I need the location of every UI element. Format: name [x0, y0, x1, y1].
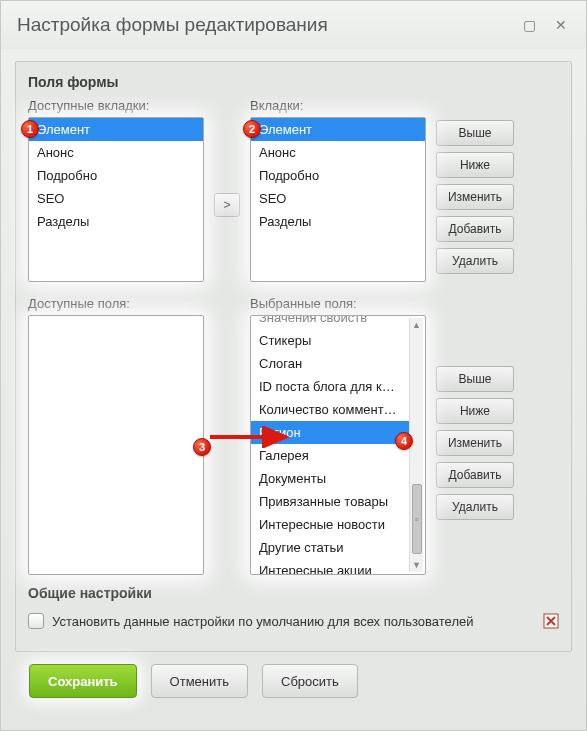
list-item[interactable]: Количество комментари: [251, 398, 409, 421]
fields-down-button[interactable]: Ниже: [436, 398, 514, 424]
tabs-row: Доступные вкладки: 1 ЭлементАнонсПодробн…: [28, 98, 559, 282]
list-item[interactable]: Регион: [251, 421, 409, 444]
dialog-title: Настройка формы редактирования: [17, 14, 328, 36]
annotation-badge-2: 2: [243, 120, 261, 138]
list-item[interactable]: Стикеры: [251, 329, 409, 352]
fields-buttons-col: Выше Ниже Изменить Добавить Удалить: [436, 296, 514, 520]
dialog-body: Поля формы Доступные вкладки: 1 ЭлементА…: [1, 49, 586, 706]
list-item[interactable]: Разделы: [251, 210, 425, 233]
fields-edit-button[interactable]: Изменить: [436, 430, 514, 456]
tabs-edit-button[interactable]: Изменить: [436, 184, 514, 210]
titlebar: Настройка формы редактирования ▢ ✕: [1, 1, 586, 49]
list-item[interactable]: Интересные новости: [251, 513, 409, 536]
selected-fields-list[interactable]: 4 Значения свойствСтикерыСлоганID поста …: [250, 315, 426, 575]
list-item[interactable]: Интересные акции: [251, 559, 409, 574]
list-item[interactable]: Анонс: [29, 141, 203, 164]
tabs-buttons-col: Выше Ниже Изменить Добавить Удалить: [436, 98, 514, 274]
fields-row: Доступные поля: 3 Выбранные поля:: [28, 296, 559, 575]
maximize-icon[interactable]: ▢: [520, 16, 538, 34]
tabs-add-button[interactable]: Добавить: [436, 216, 514, 242]
list-item[interactable]: SEO: [251, 187, 425, 210]
list-item[interactable]: Другие статьи: [251, 536, 409, 559]
fields-up-button[interactable]: Выше: [436, 366, 514, 392]
selected-tabs-label: Вкладки:: [250, 98, 426, 113]
available-fields-col: Доступные поля: 3: [28, 296, 204, 575]
annotation-badge-3: 3: [193, 438, 211, 456]
tabs-up-button[interactable]: Выше: [436, 120, 514, 146]
available-tabs-list[interactable]: 1 ЭлементАнонсПодробноSEOРазделы: [28, 117, 204, 282]
move-right-button[interactable]: >: [214, 193, 240, 217]
list-item[interactable]: Подробно: [29, 164, 203, 187]
selected-fields-col: Выбранные поля: 4 Значения свойствСтикер…: [250, 296, 426, 575]
fields-delete-button[interactable]: Удалить: [436, 494, 514, 520]
move-tabs-col: >: [214, 98, 240, 217]
available-tabs-label: Доступные вкладки:: [28, 98, 204, 113]
window-controls: ▢ ✕: [520, 16, 570, 34]
fields-add-button[interactable]: Добавить: [436, 462, 514, 488]
selected-tabs-list[interactable]: 2 ЭлементАнонсПодробноSEOРазделы: [250, 117, 426, 282]
tabs-delete-button[interactable]: Удалить: [436, 248, 514, 274]
selected-fields-label: Выбранные поля:: [250, 296, 426, 311]
cancel-button[interactable]: Отменить: [151, 664, 248, 698]
list-item[interactable]: Значения свойств: [251, 316, 409, 329]
scroll-thumb[interactable]: ≡: [412, 484, 422, 554]
default-for-all-row: Установить данные настройки по умолчанию…: [28, 609, 559, 637]
list-item[interactable]: ID поста блога для комм: [251, 375, 409, 398]
fields-panel: Поля формы Доступные вкладки: 1 ЭлементА…: [15, 61, 572, 652]
close-icon[interactable]: ✕: [552, 16, 570, 34]
list-item[interactable]: Слоган: [251, 352, 409, 375]
default-for-all-label: Установить данные настройки по умолчанию…: [52, 614, 473, 629]
available-tabs-col: Доступные вкладки: 1 ЭлементАнонсПодробн…: [28, 98, 204, 282]
move-fields-col: [214, 296, 240, 426]
list-item[interactable]: Привязанные товары: [251, 490, 409, 513]
available-fields-list[interactable]: 3: [28, 315, 204, 575]
scroll-down-icon[interactable]: ▼: [411, 558, 423, 572]
default-for-all-checkbox[interactable]: [28, 613, 44, 629]
common-settings-title: Общие настройки: [28, 585, 559, 601]
list-item[interactable]: Элемент: [29, 118, 203, 141]
list-item[interactable]: Элемент: [251, 118, 425, 141]
tabs-down-button[interactable]: Ниже: [436, 152, 514, 178]
delete-settings-icon[interactable]: [543, 613, 559, 629]
list-item[interactable]: Анонс: [251, 141, 425, 164]
annotation-badge-4: 4: [395, 432, 413, 450]
footer: Сохранить Отменить Сбросить: [15, 652, 572, 698]
list-item[interactable]: SEO: [29, 187, 203, 210]
annotation-badge-1: 1: [21, 120, 39, 138]
list-item[interactable]: Галерея: [251, 444, 409, 467]
dialog: Настройка формы редактирования ▢ ✕ Поля …: [0, 0, 587, 731]
list-item[interactable]: Подробно: [251, 164, 425, 187]
scroll-up-icon[interactable]: ▲: [411, 318, 423, 332]
common-settings: Общие настройки Установить данные настро…: [28, 585, 559, 637]
available-fields-label: Доступные поля:: [28, 296, 204, 311]
selected-tabs-col: Вкладки: 2 ЭлементАнонсПодробноSEOРаздел…: [250, 98, 426, 282]
reset-button[interactable]: Сбросить: [262, 664, 358, 698]
save-button[interactable]: Сохранить: [29, 664, 137, 698]
section-title-fields: Поля формы: [28, 74, 559, 90]
list-item[interactable]: Документы: [251, 467, 409, 490]
list-item[interactable]: Разделы: [29, 210, 203, 233]
